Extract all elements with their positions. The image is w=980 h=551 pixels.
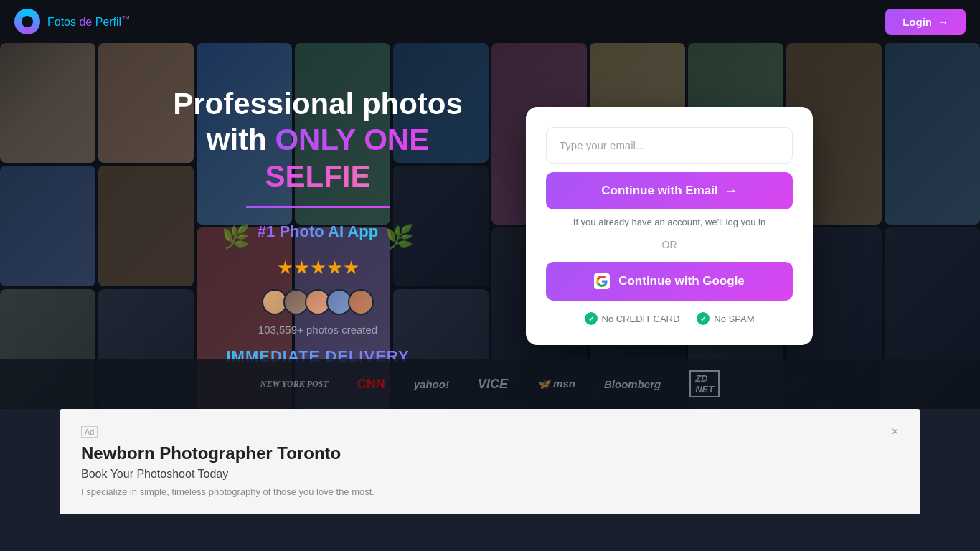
photos-count: 103,559+ photos created (167, 324, 468, 336)
logo-text: Fotos de Perfil™ (47, 14, 130, 29)
ad-section: Ad ✕ Newborn Photographer Toronto Book Y… (60, 409, 920, 514)
user-avatars (167, 289, 468, 315)
continue-email-arrow-icon: → (725, 184, 738, 198)
navbar: Fotos de Perfil™ Login → (0, 0, 980, 43)
no-spam-badge: ✓ No SPAM (697, 312, 754, 325)
login-arrow: → (938, 16, 948, 28)
press-logo-bloomberg: Bloomberg (604, 378, 661, 390)
press-logo-cnn: CNN (357, 377, 385, 392)
laurel-right-icon: 🌿 (385, 223, 414, 250)
login-label: Login (903, 16, 932, 28)
headline-underline (246, 206, 390, 208)
press-logo-vice: VICE (478, 377, 508, 392)
continue-google-button[interactable]: Continue with Google (546, 262, 793, 301)
check-icon: ✓ (697, 312, 710, 325)
or-line-right (686, 245, 793, 245)
hero-section: Professional photos with ONLY ONE SELFIE… (0, 43, 980, 409)
login-button[interactable]: Login → (885, 9, 966, 35)
logo-icon (14, 9, 40, 34)
no-spam-text: No SPAM (714, 314, 754, 324)
check-icon: ✓ (585, 312, 598, 325)
press-bar: NEW YORK POST CNN yahoo! VICE 🦋 msn Bloo… (0, 359, 980, 409)
no-credit-card-text: No CREDIT CARD (602, 314, 680, 324)
continue-google-label: Continue with Google (618, 274, 745, 288)
hero-headline: Professional photos with ONLY ONE SELFIE (167, 86, 468, 194)
ad-label: Ad (81, 426, 98, 438)
press-logo-nyt: NEW YORK POST (260, 379, 329, 390)
hero-content: Professional photos with ONLY ONE SELFIE… (0, 43, 980, 409)
press-logo-yahoo: yahoo! (414, 378, 449, 390)
already-account-text: If you already have an account, we'll lo… (546, 217, 793, 227)
logo-link[interactable]: Fotos de Perfil™ (14, 9, 130, 34)
email-input[interactable] (546, 127, 793, 164)
headline-highlight: ONLY ONE SELFIE (265, 123, 429, 192)
hero-awards: 🌿 #1 Photo AI App 🌿 (167, 222, 468, 251)
or-line-left (546, 245, 654, 245)
trust-badges: ✓ No CREDIT CARD ✓ No SPAM (546, 312, 793, 325)
ad-subtitle: Book Your Photoshoot Today (81, 468, 899, 481)
press-logo-msn: 🦋 msn (537, 377, 575, 390)
ad-title: Newborn Photographer Toronto (81, 443, 899, 463)
no-credit-card-badge: ✓ No CREDIT CARD (585, 312, 680, 325)
ad-body-text: I specialize in simple, timeless photogr… (81, 486, 899, 497)
form-card: Continue with Email → If you already hav… (526, 107, 813, 345)
continue-email-button[interactable]: Continue with Email → (546, 172, 793, 209)
or-divider: OR (546, 239, 793, 250)
avatar (348, 289, 374, 315)
continue-email-label: Continue with Email (601, 184, 717, 198)
google-icon (594, 273, 610, 289)
or-text: OR (662, 239, 677, 250)
hero-left: Professional photos with ONLY ONE SELFIE… (167, 86, 468, 366)
hero-tag: #1 Photo AI App (258, 222, 378, 241)
star-rating: ★★★★★ (167, 257, 468, 279)
laurel-left-icon: 🌿 (222, 223, 250, 250)
ad-close-button[interactable]: ✕ (891, 426, 899, 437)
ad-top: Ad ✕ (81, 426, 899, 438)
press-logo-zdnet: ZDNET (689, 370, 720, 397)
